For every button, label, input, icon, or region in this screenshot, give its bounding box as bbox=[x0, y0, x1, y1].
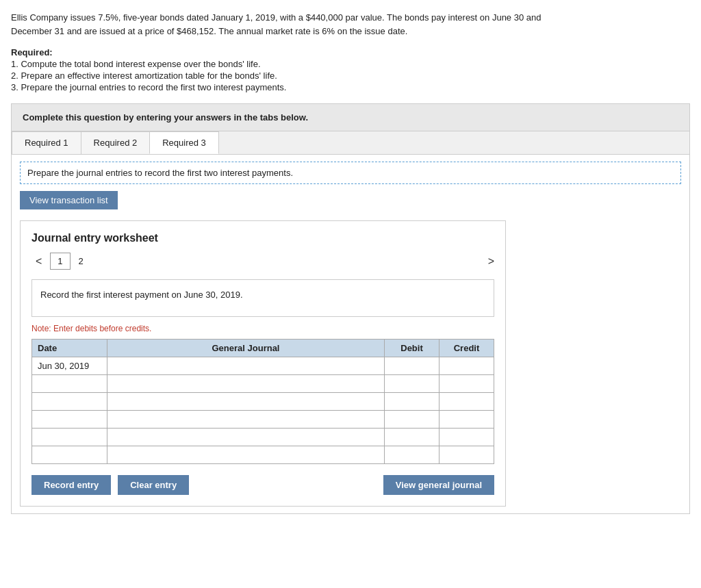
debit-input-3[interactable] bbox=[385, 411, 439, 428]
credit-cell-3[interactable] bbox=[439, 411, 494, 429]
table-row bbox=[32, 393, 494, 411]
credit-cell-5[interactable] bbox=[439, 446, 494, 464]
date-cell-2 bbox=[32, 393, 107, 411]
col-header-date: Date bbox=[32, 340, 107, 357]
nav-left-arrow[interactable]: < bbox=[31, 254, 46, 269]
required-2: 2. Prepare an effective interest amortiz… bbox=[11, 71, 690, 81]
worksheet-container: Journal entry worksheet < 1 2 > Record t… bbox=[20, 220, 506, 507]
gj-cell-0[interactable] bbox=[107, 357, 385, 375]
credit-cell-2[interactable] bbox=[439, 393, 494, 411]
gj-cell-4[interactable] bbox=[107, 429, 385, 446]
credit-input-2[interactable] bbox=[439, 393, 494, 410]
tabs-container: Required 1 Required 2 Required 3 Prepare… bbox=[11, 131, 690, 514]
date-cell-4 bbox=[32, 429, 107, 446]
gj-cell-5[interactable] bbox=[107, 446, 385, 464]
col-header-credit: Credit bbox=[439, 340, 494, 357]
note-text: Note: Enter debits before credits. bbox=[31, 324, 494, 333]
debit-cell-2[interactable] bbox=[385, 393, 439, 411]
date-cell-3 bbox=[32, 411, 107, 429]
required-3: 3. Prepare the journal entries to record… bbox=[11, 82, 690, 92]
date-cell-5 bbox=[32, 446, 107, 464]
tabs-row: Required 1 Required 2 Required 3 bbox=[12, 131, 689, 155]
debit-input-1[interactable] bbox=[385, 375, 439, 392]
nav-row: < 1 2 > bbox=[31, 253, 494, 270]
debit-input-0[interactable] bbox=[385, 357, 439, 374]
debit-input-4[interactable] bbox=[385, 429, 439, 446]
debit-cell-4[interactable] bbox=[385, 429, 439, 446]
tab-required-3[interactable]: Required 3 bbox=[149, 131, 219, 154]
credit-input-3[interactable] bbox=[439, 411, 494, 428]
gj-cell-3[interactable] bbox=[107, 411, 385, 429]
record-description-text: Record the first interest payment on Jun… bbox=[40, 290, 243, 300]
credit-cell-4[interactable] bbox=[439, 429, 494, 446]
worksheet-title: Journal entry worksheet bbox=[31, 232, 494, 244]
credit-cell-1[interactable] bbox=[439, 375, 494, 393]
view-general-journal-button[interactable]: View general journal bbox=[383, 475, 494, 495]
gj-input-4[interactable] bbox=[107, 429, 384, 446]
debit-input-2[interactable] bbox=[385, 393, 439, 410]
gj-input-5[interactable] bbox=[107, 446, 384, 463]
table-row bbox=[32, 375, 494, 393]
debit-cell-0[interactable] bbox=[385, 357, 439, 375]
debit-input-5[interactable] bbox=[385, 446, 439, 463]
nav-right-arrow[interactable]: > bbox=[488, 255, 494, 268]
required-1: 1. Compute the total bond interest expen… bbox=[11, 59, 690, 69]
instruction-box-text: Complete this question by entering your … bbox=[23, 112, 308, 123]
table-row bbox=[32, 446, 494, 464]
date-cell-0: Jun 30, 2019 bbox=[32, 357, 107, 375]
debit-cell-1[interactable] bbox=[385, 375, 439, 393]
credit-cell-0[interactable] bbox=[439, 357, 494, 375]
table-row: Jun 30, 2019 bbox=[32, 357, 494, 375]
col-header-gj: General Journal bbox=[107, 340, 385, 357]
debit-cell-3[interactable] bbox=[385, 411, 439, 429]
record-description-box: Record the first interest payment on Jun… bbox=[31, 279, 494, 317]
required-label: Required: bbox=[11, 47, 53, 57]
gj-input-1[interactable] bbox=[107, 375, 384, 392]
tab-content: Prepare the journal entries to record th… bbox=[12, 155, 689, 513]
credit-input-1[interactable] bbox=[439, 375, 494, 392]
clear-entry-button[interactable]: Clear entry bbox=[118, 475, 189, 495]
gj-input-2[interactable] bbox=[107, 393, 384, 410]
tab-required-1[interactable]: Required 1 bbox=[12, 131, 81, 154]
tab-description: Prepare the journal entries to record th… bbox=[20, 162, 681, 184]
nav-page-2[interactable]: 2 bbox=[75, 253, 88, 269]
problem-text-line2: December 31 and are issued at a price of… bbox=[11, 26, 407, 36]
tab-description-text: Prepare the journal entries to record th… bbox=[27, 168, 293, 178]
gj-cell-2[interactable] bbox=[107, 393, 385, 411]
col-header-debit: Debit bbox=[385, 340, 439, 357]
nav-page-1[interactable]: 1 bbox=[50, 253, 70, 270]
problem-text: Ellis Company issues 7.5%, five-year bon… bbox=[11, 11, 690, 38]
credit-input-5[interactable] bbox=[439, 446, 494, 463]
action-buttons: Record entry Clear entry View general jo… bbox=[31, 475, 494, 495]
required-section: Required: 1. Compute the total bond inte… bbox=[11, 47, 690, 92]
gj-cell-1[interactable] bbox=[107, 375, 385, 393]
gj-input-0[interactable] bbox=[107, 357, 384, 374]
credit-input-0[interactable] bbox=[439, 357, 494, 374]
table-row bbox=[32, 429, 494, 446]
date-cell-1 bbox=[32, 375, 107, 393]
debit-cell-5[interactable] bbox=[385, 446, 439, 464]
problem-text-line1: Ellis Company issues 7.5%, five-year bon… bbox=[11, 12, 541, 23]
table-row bbox=[32, 411, 494, 429]
tab-required-2[interactable]: Required 2 bbox=[81, 131, 151, 154]
gj-input-3[interactable] bbox=[107, 411, 384, 428]
credit-input-4[interactable] bbox=[439, 429, 494, 446]
view-transaction-button[interactable]: View transaction list bbox=[20, 191, 118, 209]
record-entry-button[interactable]: Record entry bbox=[31, 475, 111, 495]
instruction-box: Complete this question by entering your … bbox=[11, 103, 690, 131]
journal-table: Date General Journal Debit Credit Jun 30… bbox=[31, 339, 494, 464]
